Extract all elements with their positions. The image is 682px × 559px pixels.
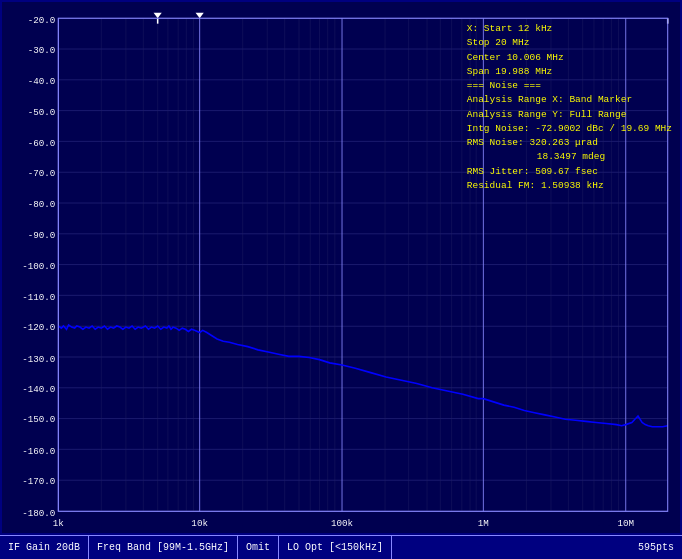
svg-text:10M: 10M [617, 518, 634, 529]
svg-text:-180.0: -180.0 [22, 507, 55, 518]
stat-x-stop: Stop 20 MHz [467, 36, 672, 50]
stat-x-start: X: Start 12 kHz [467, 22, 672, 36]
stat-analysis-x: Analysis Range X: Band Marker [467, 93, 672, 107]
bottom-omit[interactable]: Omit [238, 536, 279, 559]
svg-text:-40.0: -40.0 [28, 76, 56, 87]
svg-text:-150.0: -150.0 [22, 414, 55, 425]
svg-text:-170.0: -170.0 [22, 476, 55, 487]
bottom-lo-opt[interactable]: LO Opt [<150kHz] [279, 536, 392, 559]
bottom-freq-band[interactable]: Freq Band [99M-1.5GHz] [89, 536, 238, 559]
svg-text:-100.0: -100.0 [22, 260, 55, 271]
stat-x-span: Span 19.988 MHz [467, 65, 672, 79]
svg-text:-50.0: -50.0 [28, 106, 56, 117]
svg-text:10k: 10k [191, 518, 208, 529]
svg-text:-60.0: -60.0 [28, 138, 56, 149]
bottom-bar: IF Gain 20dB Freq Band [99M-1.5GHz] Omit… [0, 535, 682, 559]
svg-text:-160.0: -160.0 [22, 446, 55, 457]
svg-text:-140.0: -140.0 [22, 384, 55, 395]
stat-x-center: Center 10.006 MHz [467, 51, 672, 65]
stat-rms-jitter: RMS Jitter: 509.67 fsec [467, 165, 672, 179]
stat-intg-noise: Intg Noise: -72.9002 dBc / 19.69 MHz [467, 122, 672, 136]
svg-text:-30.0: -30.0 [28, 45, 56, 56]
stat-noise-label: === Noise === [467, 79, 672, 93]
svg-text:-120.0: -120.0 [22, 322, 55, 333]
svg-text:-110.0: -110.0 [22, 292, 55, 303]
svg-text:-70.0: -70.0 [28, 168, 56, 179]
svg-text:-130.0: -130.0 [22, 354, 55, 365]
bottom-pts: 595pts [630, 536, 682, 559]
svg-text:-80.0: -80.0 [28, 199, 56, 210]
main-container: Phase Noise 10.00dB/ Ref -20.00dBc/Hz Ca… [0, 0, 682, 559]
stats-box: X: Start 12 kHz Stop 20 MHz Center 10.00… [467, 22, 672, 193]
stat-residual-fm: Residual FM: 1.50938 kHz [467, 179, 672, 193]
svg-text:-90.0: -90.0 [28, 230, 56, 241]
svg-text:1M: 1M [478, 518, 489, 529]
chart-area: Phase Noise 10.00dB/ Ref -20.00dBc/Hz Ca… [2, 2, 680, 533]
svg-text:-20.0: -20.0 [28, 14, 56, 25]
bottom-if-gain[interactable]: IF Gain 20dB [0, 536, 89, 559]
svg-text:100k: 100k [331, 518, 353, 529]
svg-text:1k: 1k [53, 518, 64, 529]
stat-rms-noise-mdeg: 18.3497 mdeg [467, 150, 672, 164]
stat-rms-noise-rad: RMS Noise: 320.263 μrad [467, 136, 672, 150]
stat-analysis-y: Analysis Range Y: Full Range [467, 108, 672, 122]
